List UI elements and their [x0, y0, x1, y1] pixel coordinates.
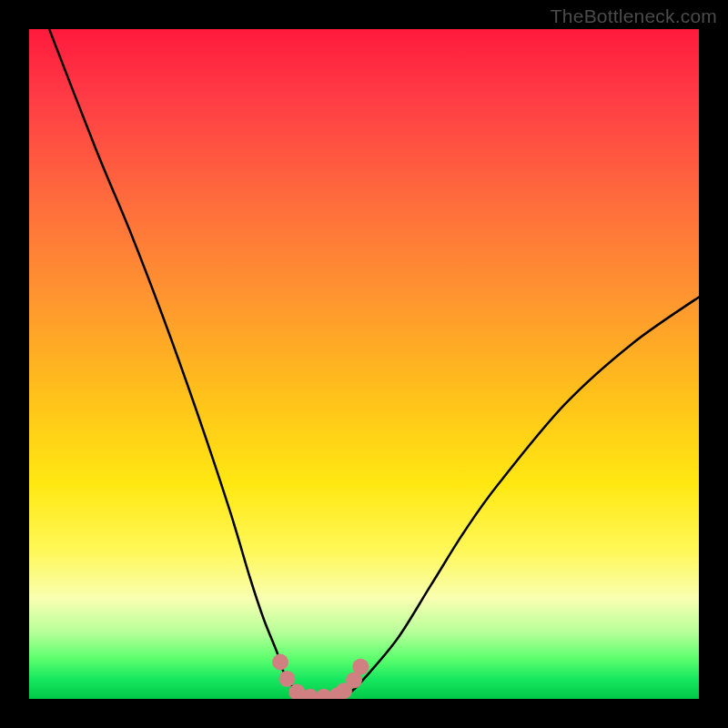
watermark-text: TheBottleneck.com — [551, 5, 717, 27]
bottleneck-curve — [49, 29, 699, 699]
plot-area — [29, 29, 699, 699]
trough-dot — [278, 671, 295, 687]
trough-dot — [352, 659, 369, 675]
chart-frame: TheBottleneck.com — [0, 0, 728, 728]
curve-layer — [29, 29, 699, 699]
curve-floor-dots — [272, 654, 369, 700]
trough-dot — [272, 654, 288, 671]
